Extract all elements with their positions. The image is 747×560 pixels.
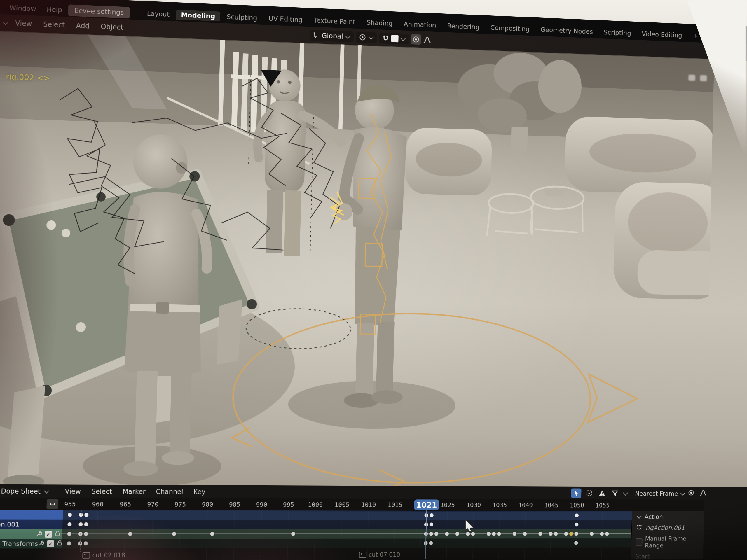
workspace-tab-animation[interactable]: Animation (398, 19, 441, 30)
ruler-tick-1040: 1040 (518, 502, 533, 509)
viewport-gizmo-icons (688, 75, 707, 81)
chevron-down-icon (345, 33, 351, 39)
workspace-tab-rendering[interactable]: Rendering (442, 21, 484, 32)
snap-target-icon[interactable] (391, 35, 398, 42)
wrench-icon[interactable] (36, 530, 43, 538)
action-panel-header[interactable]: Action (636, 513, 704, 520)
chevron-down-icon (680, 490, 686, 495)
monitor-screen: WindowHelpEevee settingsLayoutModelingSc… (0, 0, 747, 560)
channel-ject-transforms[interactable]: ject Transforms✓ (0, 539, 62, 548)
ruler-tick-1050: 1050 (570, 502, 585, 509)
action-sidebar-panel: Action rigAction.001 Manual Frame Range … (631, 511, 704, 559)
workspace-tab-modeling[interactable]: Modeling (176, 10, 220, 21)
workspace-tab-geometry-nodes[interactable]: Geometry Nodes (536, 25, 598, 37)
ruler-tick-955: 955 (64, 501, 76, 508)
workspace-tab-eevee-settings[interactable]: Eevee settings (68, 4, 130, 18)
dopesheet-menu-marker[interactable]: Marker (117, 488, 151, 495)
viewport-menus: ViewSelectAddObject (10, 18, 128, 32)
editor-type-label: Dope Sheet (1, 487, 41, 495)
checkbox-icon[interactable]: ✓ (47, 540, 54, 547)
workspace-tab-uv-editing[interactable]: UV Editing (263, 14, 308, 25)
dopesheet-menu-key[interactable]: Key (188, 488, 211, 496)
viewport-menu-add[interactable]: Add (71, 21, 94, 31)
action-datablock[interactable]: rigAction.001 (636, 524, 704, 531)
ruler-tick-1030: 1030 (466, 501, 481, 508)
viewport-3d[interactable]: rig.002 <> (0, 31, 714, 487)
ruler-tick-960: 960 (92, 501, 104, 508)
topbar-menu-help[interactable]: Help (42, 5, 67, 14)
workspace-tab-compositing[interactable]: Compositing (485, 23, 535, 34)
warning-icon[interactable] (597, 488, 607, 498)
checkbox-icon[interactable] (636, 538, 642, 546)
workspace-tab-video-editing[interactable]: Video Editing (637, 29, 687, 40)
timeline-ruler[interactable]: ↔ 95596096597097598098599099510001005101… (0, 498, 704, 512)
dopesheet-right-icons (686, 488, 709, 497)
strip-cut-02-018[interactable]: cut 02 018 (82, 552, 125, 559)
ruler-tick-1055: 1055 (595, 502, 610, 509)
topbar-menu-window[interactable]: Window (5, 3, 41, 14)
snap-mode-dropdown[interactable]: Nearest Frame (635, 487, 686, 500)
dopesheet-menu-view[interactable]: View (59, 487, 86, 495)
workspace-tab-layout[interactable]: Layout (141, 8, 175, 20)
viewport-menu-object[interactable]: Object (96, 22, 128, 32)
ruler-tick-985: 985 (229, 501, 240, 508)
channel-row-2[interactable]: ✓ (0, 529, 62, 539)
channel-row-tint (61, 520, 632, 529)
editor-type-chevron-icon[interactable] (3, 20, 8, 25)
channel-ction-001[interactable]: ction.001 (0, 520, 63, 529)
pan-icon[interactable]: ↔ (46, 499, 58, 509)
pointer-icon[interactable] (571, 488, 582, 498)
workspace-tab-sculpting[interactable]: Sculpting (222, 12, 263, 23)
ruler-tick-990: 990 (256, 501, 267, 508)
ruler-tick-1010: 1010 (361, 501, 376, 508)
snap-toggle[interactable] (379, 33, 409, 45)
current-frame-badge[interactable]: 1021 (414, 499, 439, 510)
ruler-tick-995: 995 (283, 501, 294, 508)
viewport-menu-view[interactable]: View (10, 18, 37, 29)
viewport-menu-select[interactable]: Select (38, 20, 70, 30)
wrench-icon[interactable] (38, 539, 45, 548)
dopesheet-menu-channel[interactable]: Channel (151, 488, 188, 495)
channel-label: ction.001 (0, 521, 20, 528)
coffee-tables (487, 185, 584, 238)
checkbox-icon[interactable]: ✓ (45, 531, 52, 537)
workspace-tab-shading[interactable]: Shading (362, 18, 398, 29)
proportional-icon[interactable] (686, 488, 696, 497)
action-name: rigAction.001 (645, 524, 685, 531)
workspace-tab-scripting[interactable]: Scripting (599, 27, 636, 38)
proportional-editing-toggle[interactable] (411, 34, 421, 45)
chevron-down-icon (368, 34, 374, 40)
active-object-label: rig.002 <> (6, 72, 50, 83)
falloff-curve-icon[interactable] (423, 35, 431, 44)
pivot-point-dropdown[interactable] (356, 32, 377, 44)
start-field-label: Start (635, 553, 703, 559)
strip-icon (359, 552, 366, 558)
ghost-icon[interactable] (584, 488, 594, 498)
pivot-icon (358, 33, 366, 42)
chevron-down-icon (400, 36, 405, 41)
chevron-down-icon (44, 488, 49, 493)
mouse-cursor (465, 519, 476, 533)
photo-stage: WindowHelpEevee settingsLayoutModelingSc… (0, 0, 747, 560)
ruler-tick-975: 975 (175, 501, 186, 508)
channel-2[interactable]: 2 (0, 510, 63, 520)
character-adult (331, 84, 410, 408)
filter-icon[interactable] (610, 488, 620, 498)
ruler-tick-1000: 1000 (308, 501, 323, 508)
ruler-tick-965: 965 (120, 501, 131, 508)
unlock-icon[interactable] (54, 530, 61, 538)
dopesheet-menu-select[interactable]: Select (86, 488, 117, 495)
strip-icon (82, 552, 90, 559)
manual-frame-range-label: Manual Frame Range (645, 535, 703, 549)
orientation-icon (312, 31, 320, 39)
transform-orientation-dropdown[interactable]: Global (310, 30, 353, 42)
action-panel-title: Action (645, 513, 663, 520)
manual-frame-range-row[interactable]: Manual Frame Range (636, 535, 703, 549)
strip-cut-07-010[interactable]: cut 07 010 (359, 551, 400, 558)
ruler-tick-1035: 1035 (492, 502, 507, 509)
channel-row-tint (60, 538, 631, 548)
editor-type-dropdown[interactable]: Dope Sheet (0, 487, 50, 495)
falloff-curve-icon[interactable] (698, 488, 709, 497)
workspace-tab-texture-paint[interactable]: Texture Paint (309, 15, 361, 27)
unlock-icon[interactable] (56, 539, 62, 548)
